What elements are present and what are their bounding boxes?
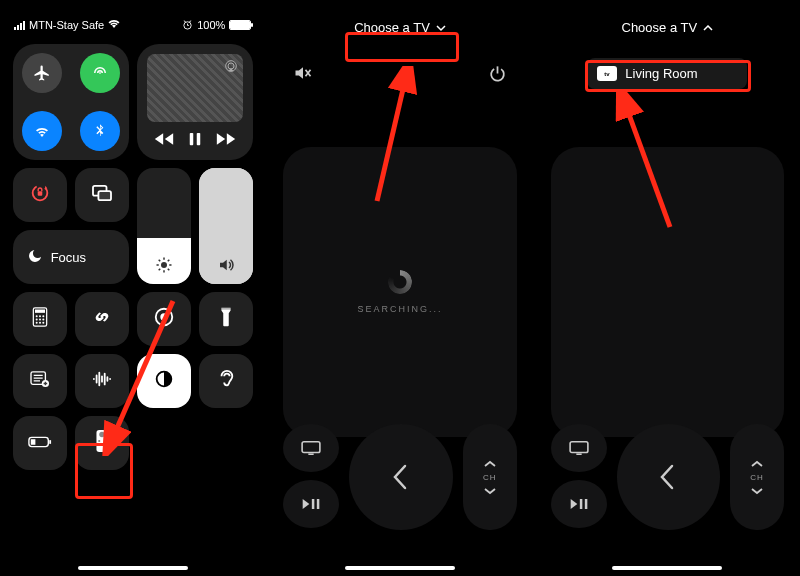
channel-label: CH xyxy=(483,473,497,482)
home-indicator[interactable] xyxy=(612,566,722,570)
back-button[interactable] xyxy=(617,424,720,530)
notes-icon xyxy=(30,370,50,393)
svg-rect-46 xyxy=(570,442,588,453)
screenshot-1-control-center: MTN-Stay Safe 100% xyxy=(0,0,265,576)
shazam-icon xyxy=(91,306,113,333)
alarm-icon xyxy=(182,19,193,32)
speaker-icon xyxy=(199,256,253,278)
focus-tile[interactable]: Focus xyxy=(13,230,129,284)
moon-icon xyxy=(27,248,43,267)
chevron-down-icon xyxy=(484,484,496,498)
svg-point-12 xyxy=(35,315,37,317)
screenshot-3-remote-tv-selected: Choose a TV tv Living Room xyxy=(535,0,800,576)
screenshot-2-remote-searching: Choose a TV SEARCHING... xyxy=(267,0,532,576)
wifi-status-icon xyxy=(108,18,120,32)
choose-tv-label: Choose a TV xyxy=(622,20,698,35)
svg-rect-30 xyxy=(30,439,35,445)
record-icon xyxy=(153,306,175,333)
connectivity-group[interactable] xyxy=(13,44,129,160)
svg-point-34 xyxy=(103,439,105,441)
quick-note-tile[interactable] xyxy=(13,354,67,408)
battery-percent: 100% xyxy=(197,19,225,31)
chevron-up-icon xyxy=(484,457,496,471)
calculator-tile[interactable] xyxy=(13,292,67,346)
control-center-grid: Focus xyxy=(0,36,265,470)
volume-slider[interactable] xyxy=(199,168,253,284)
play-pause-button[interactable] xyxy=(283,480,339,528)
svg-rect-6 xyxy=(37,191,42,196)
flashlight-tile[interactable] xyxy=(199,292,253,346)
status-bar: MTN-Stay Safe 100% xyxy=(0,0,265,36)
back-button[interactable] xyxy=(349,424,452,530)
highlight-box xyxy=(585,60,751,92)
power-button[interactable] xyxy=(488,64,507,88)
flashlight-icon xyxy=(219,306,233,333)
chevron-up-icon xyxy=(751,457,763,471)
remote-trackpad[interactable]: SEARCHING... xyxy=(283,147,516,437)
low-power-tile[interactable] xyxy=(13,416,67,470)
orientation-lock-icon xyxy=(29,182,51,209)
loading-spinner-icon xyxy=(388,270,412,294)
hearing-tile[interactable] xyxy=(199,354,253,408)
highlight-box xyxy=(345,32,459,62)
svg-rect-48 xyxy=(584,499,587,509)
orientation-lock-tile[interactable] xyxy=(13,168,67,222)
svg-point-23 xyxy=(160,313,167,320)
rewind-button[interactable] xyxy=(154,132,174,150)
screen-mirroring-icon xyxy=(91,184,113,207)
svg-rect-8 xyxy=(98,191,111,200)
tv-app-button[interactable] xyxy=(551,424,607,472)
highlight-box xyxy=(75,443,133,499)
channel-rocker[interactable]: CH xyxy=(730,424,784,530)
cell-bars-icon xyxy=(14,21,25,30)
svg-point-19 xyxy=(39,321,41,323)
cellular-data-toggle[interactable] xyxy=(80,53,120,93)
low-power-icon xyxy=(28,432,52,454)
channel-rocker[interactable]: CH xyxy=(463,424,517,530)
sound-recognition-icon xyxy=(91,370,113,393)
svg-point-14 xyxy=(42,315,44,317)
airplay-icon[interactable] xyxy=(223,58,239,77)
svg-rect-42 xyxy=(317,499,320,509)
focus-label: Focus xyxy=(51,250,86,265)
carrier-label: MTN-Stay Safe xyxy=(29,19,104,31)
svg-point-33 xyxy=(98,439,100,441)
tv-app-button[interactable] xyxy=(283,424,339,472)
mute-button[interactable] xyxy=(293,64,313,88)
chevron-up-icon xyxy=(703,20,713,35)
svg-point-9 xyxy=(161,262,167,268)
channel-label: CH xyxy=(750,473,764,482)
media-artwork xyxy=(147,54,243,122)
dark-mode-icon xyxy=(153,368,175,395)
forward-button[interactable] xyxy=(216,132,236,150)
svg-rect-4 xyxy=(196,133,200,145)
screen-record-tile[interactable] xyxy=(137,292,191,346)
svg-rect-41 xyxy=(312,499,315,509)
remote-trackpad[interactable] xyxy=(551,147,784,437)
home-indicator[interactable] xyxy=(78,566,188,570)
pause-button[interactable] xyxy=(188,132,202,150)
brightness-slider[interactable] xyxy=(137,168,191,284)
bluetooth-toggle[interactable] xyxy=(80,111,120,151)
searching-label: SEARCHING... xyxy=(357,304,442,314)
chevron-down-icon xyxy=(751,484,763,498)
svg-point-15 xyxy=(35,318,37,320)
play-pause-button[interactable] xyxy=(551,480,607,528)
shazam-tile[interactable] xyxy=(75,292,129,346)
choose-tv-dropdown[interactable]: Choose a TV xyxy=(610,14,726,41)
svg-point-17 xyxy=(42,318,44,320)
sound-recognition-tile[interactable] xyxy=(75,354,129,408)
hearing-icon xyxy=(217,368,235,395)
svg-point-18 xyxy=(35,321,37,323)
dark-mode-tile[interactable] xyxy=(137,354,191,408)
wifi-toggle[interactable] xyxy=(22,111,62,151)
media-player-group[interactable] xyxy=(137,44,253,160)
svg-point-32 xyxy=(99,431,105,437)
svg-point-13 xyxy=(39,315,41,317)
calculator-icon xyxy=(31,307,49,332)
svg-rect-47 xyxy=(579,499,582,509)
sun-icon xyxy=(137,256,191,278)
home-indicator[interactable] xyxy=(345,566,455,570)
screen-mirroring-tile[interactable] xyxy=(75,168,129,222)
airplane-mode-toggle[interactable] xyxy=(22,53,62,93)
